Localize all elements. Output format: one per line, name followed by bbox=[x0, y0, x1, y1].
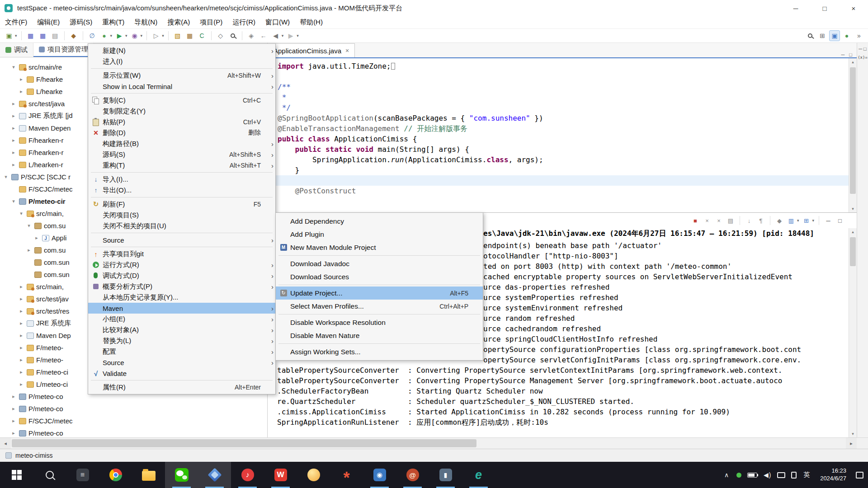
minimize-view-strip-icon[interactable]: ─ bbox=[859, 47, 862, 52]
clipboard-icon[interactable] bbox=[791, 472, 797, 479]
debug-perspective-icon[interactable]: ● bbox=[841, 30, 852, 41]
collapsed-arrow-icon[interactable]: ▸ bbox=[18, 369, 24, 375]
menu-item[interactable]: 源码(S)Alt+Shift+S› bbox=[88, 149, 275, 160]
collapsed-arrow-icon[interactable]: ▸ bbox=[10, 101, 17, 107]
battery-icon[interactable] bbox=[747, 473, 757, 478]
close-button[interactable]: × bbox=[839, 0, 868, 16]
horizontal-scrollbar[interactable] bbox=[0, 437, 868, 449]
profile-dropdown-icon[interactable]: ▾ bbox=[141, 33, 143, 38]
menu-item[interactable]: Download Sources bbox=[276, 270, 483, 283]
menu-item[interactable]: Show in Local Terminal› bbox=[88, 81, 275, 92]
menubar-item[interactable]: 项目(P) bbox=[195, 16, 227, 28]
expanded-arrow-icon[interactable]: ▾ bbox=[3, 174, 9, 180]
terminate-icon[interactable]: ■ bbox=[690, 216, 700, 225]
tree-item[interactable]: ▸F/SCJC/metec bbox=[0, 415, 267, 427]
menu-item[interactable]: 配置› bbox=[88, 346, 275, 357]
toolbar-overflow-icon[interactable]: » bbox=[854, 30, 864, 41]
snail-app[interactable]: @ bbox=[396, 462, 429, 488]
save-all-icon[interactable]: ▦ bbox=[38, 30, 48, 41]
code-line[interactable]: public class ApplicationCimiss { bbox=[278, 134, 849, 144]
collapsed-arrow-icon[interactable]: ▸ bbox=[18, 308, 24, 314]
ie-browser-app[interactable]: e bbox=[462, 462, 495, 488]
music-app[interactable]: ♪ bbox=[231, 462, 264, 488]
profile-icon[interactable]: ◉ bbox=[129, 30, 140, 41]
last-edit-location-icon[interactable]: ← bbox=[258, 30, 269, 41]
print-icon[interactable]: ▤ bbox=[50, 30, 61, 41]
forward-icon[interactable]: ▶ bbox=[285, 30, 296, 41]
tree-item[interactable]: ▸P/meteo-co bbox=[0, 403, 267, 415]
menubar-item[interactable]: 导航(N) bbox=[129, 16, 162, 28]
pin-console-icon[interactable]: ◆ bbox=[774, 216, 784, 225]
expanded-arrow-icon[interactable]: ▾ bbox=[18, 211, 24, 216]
menu-item[interactable]: Assign Working Sets... bbox=[276, 345, 483, 358]
menu-item[interactable]: Download Javadoc bbox=[276, 257, 483, 270]
menu-item[interactable]: 复制限定名(Y) bbox=[88, 106, 275, 117]
menu-item[interactable]: 运行方式(R)› bbox=[88, 259, 275, 270]
editor-scroll-thumb[interactable] bbox=[850, 67, 856, 194]
collapsed-arrow-icon[interactable]: ▸ bbox=[10, 150, 17, 155]
action-center-icon[interactable] bbox=[856, 472, 863, 479]
expanded-arrow-icon[interactable]: ▾ bbox=[26, 223, 32, 229]
word-wrap-icon[interactable]: ¶ bbox=[756, 216, 766, 225]
minimize-button[interactable]: ─ bbox=[781, 0, 810, 16]
wechat-app[interactable] bbox=[165, 462, 198, 488]
scroll-right-icon[interactable] bbox=[846, 438, 857, 449]
tab-project-explorer[interactable]: 项目资源管理 bbox=[33, 43, 94, 57]
open-perspective-icon[interactable]: ⊞ bbox=[817, 30, 828, 41]
collapsed-arrow-icon[interactable]: ▸ bbox=[10, 137, 17, 143]
display-console-icon[interactable]: ▥ bbox=[786, 216, 796, 225]
debug-icon[interactable]: ● bbox=[99, 30, 110, 41]
menu-item[interactable]: 概要分析方式(P)› bbox=[88, 281, 275, 292]
menu-item[interactable]: 调试方式(D)› bbox=[88, 270, 275, 281]
menubar-item[interactable]: 搜索(A) bbox=[162, 16, 195, 28]
menu-item[interactable]: 复制(C)Ctrl+C bbox=[88, 95, 275, 106]
code-line[interactable]: public static void main(String[] args) { bbox=[278, 144, 849, 155]
console-scroll-down-icon[interactable] bbox=[849, 430, 857, 437]
menu-item[interactable]: 删除(D)删除 bbox=[88, 127, 275, 138]
editor-maximize-icon[interactable]: □ bbox=[849, 52, 852, 57]
code-line[interactable]: SpringApplication.run(ApplicationCimiss.… bbox=[278, 155, 849, 165]
qq-app[interactable]: ◉ bbox=[363, 462, 396, 488]
menu-item[interactable]: Source› bbox=[88, 357, 275, 368]
collapsed-arrow-icon[interactable]: ▸ bbox=[33, 235, 40, 241]
collapsed-arrow-icon[interactable]: ▸ bbox=[10, 418, 17, 424]
minimize-view-icon[interactable]: ─ bbox=[823, 216, 833, 225]
collapsed-arrow-icon[interactable]: ▸ bbox=[18, 357, 24, 363]
collapsed-arrow-icon[interactable]: ▸ bbox=[18, 89, 24, 94]
code-line[interactable] bbox=[268, 175, 849, 186]
collapsed-arrow-icon[interactable]: ▸ bbox=[10, 430, 17, 436]
scroll-down-icon[interactable] bbox=[849, 205, 857, 212]
collapsed-arrow-icon[interactable]: ▸ bbox=[10, 394, 17, 399]
menu-item[interactable]: 新建(N)› bbox=[88, 45, 275, 56]
menu-item[interactable]: Disable Maven Nature bbox=[276, 329, 483, 342]
menu-item[interactable]: 属性(R)Alt+Enter bbox=[88, 382, 275, 393]
menubar-item[interactable]: 重构(T) bbox=[97, 16, 129, 28]
menu-item[interactable]: 关闭项目(S) bbox=[88, 210, 275, 221]
search-button[interactable] bbox=[33, 462, 66, 488]
menu-item[interactable]: 替换为(L)› bbox=[88, 335, 275, 346]
collapsed-arrow-icon[interactable]: ▸ bbox=[10, 113, 17, 119]
toggle-mark-occurrences-icon[interactable]: ◈ bbox=[246, 30, 257, 41]
display-icon[interactable] bbox=[777, 472, 785, 478]
menu-item[interactable]: 构建路径(B)› bbox=[88, 138, 275, 149]
maximize-button[interactable]: □ bbox=[810, 0, 839, 16]
menu-item[interactable]: 小组(E)› bbox=[88, 314, 275, 324]
collapsed-arrow-icon[interactable]: ▸ bbox=[10, 406, 17, 412]
menubar-item[interactable]: 编辑(E) bbox=[32, 16, 65, 28]
menu-item[interactable]: 重构(T)Alt+Shift+T› bbox=[88, 160, 275, 171]
menu-item[interactable]: 导入(I)... bbox=[88, 174, 275, 185]
menu-item[interactable]: Select Maven Profiles...Ctrl+Alt+P bbox=[276, 300, 483, 313]
taskbar-clock[interactable]: 16:232024/6/27 bbox=[820, 467, 846, 483]
new-java-project-icon[interactable]: ▧ bbox=[172, 30, 183, 41]
menu-item[interactable]: Update Project...Alt+F5 bbox=[276, 286, 483, 300]
pinned-notes-app[interactable]: ≡ bbox=[66, 462, 99, 488]
volume-icon[interactable]: ◀ bbox=[763, 469, 771, 481]
tray-expand-icon[interactable]: ∧ bbox=[722, 469, 731, 481]
menubar-item[interactable]: 窗口(W) bbox=[260, 16, 295, 28]
code-line[interactable]: @EnableTransactionManagement // 开始注解版事务 bbox=[278, 123, 849, 134]
code-line[interactable] bbox=[278, 71, 849, 82]
search-icon[interactable] bbox=[227, 30, 238, 41]
expanded-arrow-icon[interactable]: ▾ bbox=[10, 198, 17, 204]
close-tab-icon[interactable]: × bbox=[345, 47, 349, 54]
code-line[interactable]: */ bbox=[278, 103, 849, 113]
